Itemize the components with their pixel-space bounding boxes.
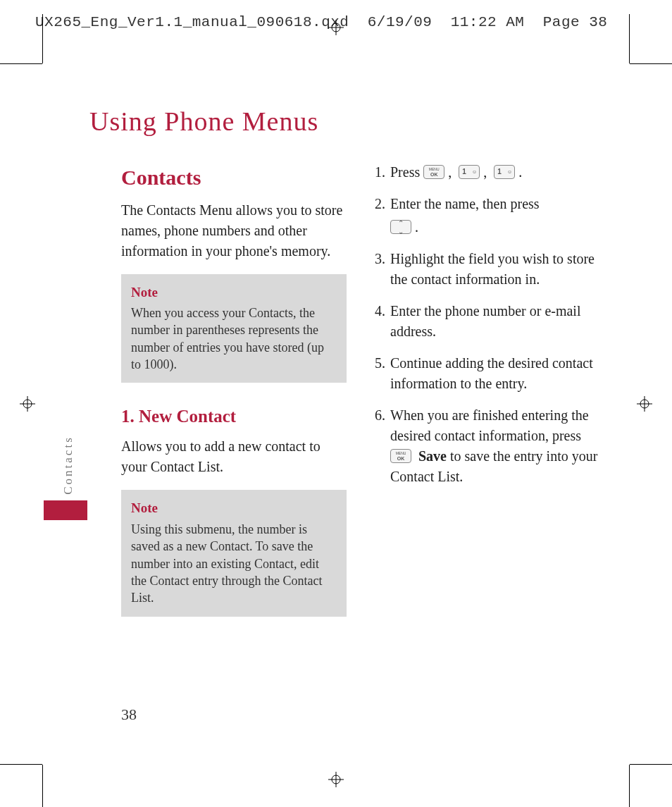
step-6-body: When you are finished entering the desir… — [390, 405, 600, 487]
print-page-label: Page 38 — [543, 14, 608, 30]
note-box-1: Note When you access your Contacts, the … — [121, 274, 347, 383]
step-1: 1. Press , , . — [375, 162, 600, 183]
step-4-text: Enter the phone number or e-mail address… — [390, 301, 600, 342]
step-2-number: 2. — [375, 194, 390, 214]
registration-mark-icon — [328, 20, 344, 35]
page-number: 38 — [121, 706, 137, 724]
step-4-number: 4. — [375, 301, 390, 342]
one-key-icon — [494, 165, 515, 179]
step-5-text: Continue adding the desired contact info… — [390, 353, 600, 394]
registration-mark-icon — [20, 396, 35, 412]
print-header: UX265_Eng_Ver1.1_manual_090618.qxd 6/19/… — [35, 14, 607, 30]
crop-mark — [0, 764, 42, 765]
menu-ok-key-icon — [423, 165, 444, 179]
section-heading-contacts: Contacts — [121, 162, 347, 193]
note-2-title: Note — [131, 498, 337, 518]
step-6-number: 6. — [375, 405, 390, 487]
step-4: 4. Enter the phone number or e-mail addr… — [375, 301, 600, 342]
page-content-area: Using Phone Menus Contacts Contacts The … — [44, 63, 628, 765]
step-2-body: Enter the name, then press — [390, 194, 600, 214]
step-5-number: 5. — [375, 353, 390, 394]
registration-mark-icon — [637, 396, 652, 412]
step-3: 3. Highlight the field you wish to store… — [375, 249, 600, 290]
note-1-body: When you access your Contacts, the numbe… — [131, 304, 337, 373]
note-2-body: Using this submenu, the number is saved … — [131, 521, 337, 606]
menu-ok-key-icon — [390, 449, 411, 463]
step-3-text: Highlight the field you wish to store th… — [390, 249, 600, 290]
print-time: 11:22 AM — [451, 14, 525, 30]
registration-mark-icon — [328, 772, 344, 787]
subsection-heading-new-contact: 1. New Contact — [121, 404, 347, 429]
step-1-number: 1. — [375, 162, 390, 183]
note-1-title: Note — [131, 283, 337, 302]
crop-mark — [42, 14, 43, 63]
step-3-number: 3. — [375, 249, 390, 290]
one-key-icon — [459, 165, 480, 179]
chapter-title: Using Phone Menus — [89, 106, 318, 137]
step-6: 6. When you are finished entering the de… — [375, 405, 600, 487]
crop-mark — [630, 63, 672, 64]
step-2-trailing: . — [390, 217, 600, 238]
note-box-2: Note Using this submenu, the number is s… — [121, 490, 347, 616]
step-1-body: Press , , . — [390, 162, 600, 183]
step-2-trailing-post: . — [415, 219, 418, 235]
step-2: 2. Enter the name, then press — [375, 194, 600, 214]
print-filename: UX265_Eng_Ver1.1_manual_090618.qxd — [35, 14, 349, 30]
crop-mark — [629, 765, 630, 807]
step-2-text: Enter the name, then press — [390, 196, 540, 211]
contacts-intro: The Contacts Menu allows you to store na… — [121, 200, 347, 261]
step-6-save-label: Save — [418, 448, 447, 464]
nav-key-icon — [390, 220, 411, 234]
crop-mark — [0, 63, 42, 64]
right-column: 1. Press , , . 2. Enter the name, then p… — [375, 162, 600, 624]
print-date: 6/19/09 — [368, 14, 433, 30]
crop-mark — [630, 764, 672, 765]
step-6-pre: When you are finished entering the desir… — [390, 407, 589, 443]
left-column: Contacts The Contacts Menu allows you to… — [121, 162, 347, 624]
new-contact-intro: Allows you to add a new contact to your … — [121, 436, 347, 477]
step-1-pre: Press — [390, 164, 423, 180]
side-tab-label: Contacts — [61, 436, 75, 495]
step-1-post: . — [518, 164, 522, 180]
crop-mark — [629, 14, 630, 63]
step-5: 5. Continue adding the desired contact i… — [375, 353, 600, 394]
side-tab-highlight — [44, 500, 87, 520]
crop-mark — [42, 765, 43, 807]
